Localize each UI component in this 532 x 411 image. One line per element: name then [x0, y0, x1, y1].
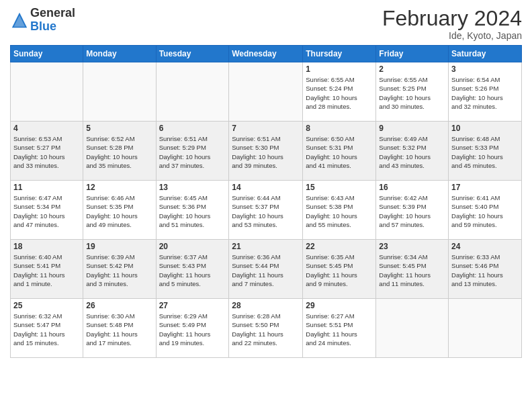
day-info: Sunrise: 6:32 AM Sunset: 5:47 PM Dayligh… — [13, 312, 80, 347]
day-number: 15 — [306, 183, 373, 192]
day-info: Sunrise: 6:53 AM Sunset: 5:27 PM Dayligh… — [13, 134, 80, 170]
calendar-cell: 21Sunrise: 6:36 AM Sunset: 5:44 PM Dayli… — [229, 240, 303, 299]
calendar-cell: 18Sunrise: 6:40 AM Sunset: 5:41 PM Dayli… — [11, 240, 83, 299]
day-info: Sunrise: 6:33 AM Sunset: 5:46 PM Dayligh… — [451, 253, 519, 288]
day-number: 20 — [159, 242, 226, 251]
calendar-cell: 15Sunrise: 6:43 AM Sunset: 5:38 PM Dayli… — [303, 181, 376, 240]
day-number: 13 — [159, 183, 226, 192]
logo-icon — [10, 11, 29, 30]
day-number: 4 — [13, 124, 80, 133]
calendar-cell: 13Sunrise: 6:45 AM Sunset: 5:36 PM Dayli… — [156, 181, 229, 240]
calendar-week-4: 18Sunrise: 6:40 AM Sunset: 5:41 PM Dayli… — [11, 240, 522, 299]
day-number: 26 — [86, 301, 152, 310]
logo-text: General Blue — [30, 7, 75, 34]
calendar-cell: 28Sunrise: 6:28 AM Sunset: 5:50 PM Dayli… — [229, 299, 303, 358]
calendar-cell: 26Sunrise: 6:30 AM Sunset: 5:48 PM Dayli… — [83, 299, 156, 358]
day-number: 21 — [232, 242, 300, 251]
calendar-cell: 10Sunrise: 6:48 AM Sunset: 5:33 PM Dayli… — [449, 122, 522, 181]
day-number: 2 — [379, 64, 445, 74]
calendar-cell: 14Sunrise: 6:44 AM Sunset: 5:37 PM Dayli… — [229, 181, 303, 240]
col-thursday: Thursday — [303, 46, 376, 62]
calendar-cell: 4Sunrise: 6:53 AM Sunset: 5:27 PM Daylig… — [11, 122, 83, 181]
calendar-cell: 20Sunrise: 6:37 AM Sunset: 5:43 PM Dayli… — [156, 240, 229, 299]
day-info: Sunrise: 6:29 AM Sunset: 5:49 PM Dayligh… — [159, 312, 226, 347]
day-info: Sunrise: 6:37 AM Sunset: 5:43 PM Dayligh… — [159, 253, 226, 288]
day-info: Sunrise: 6:44 AM Sunset: 5:37 PM Dayligh… — [232, 193, 300, 229]
day-number: 19 — [86, 242, 152, 251]
day-info: Sunrise: 6:50 AM Sunset: 5:31 PM Dayligh… — [306, 134, 373, 170]
day-number: 23 — [379, 242, 445, 251]
day-info: Sunrise: 6:48 AM Sunset: 5:33 PM Dayligh… — [451, 134, 519, 170]
calendar-cell: 3Sunrise: 6:54 AM Sunset: 5:26 PM Daylig… — [449, 62, 522, 122]
day-info: Sunrise: 6:51 AM Sunset: 5:29 PM Dayligh… — [159, 134, 226, 170]
day-info: Sunrise: 6:42 AM Sunset: 5:39 PM Dayligh… — [379, 193, 445, 229]
day-info: Sunrise: 6:55 AM Sunset: 5:25 PM Dayligh… — [379, 75, 445, 111]
day-info: Sunrise: 6:35 AM Sunset: 5:45 PM Dayligh… — [306, 253, 373, 288]
location: Ide, Kyoto, Japan — [382, 30, 522, 41]
day-number: 10 — [451, 124, 519, 133]
logo: General Blue — [10, 7, 75, 34]
calendar-cell: 29Sunrise: 6:27 AM Sunset: 5:51 PM Dayli… — [303, 299, 376, 358]
calendar-cell — [229, 62, 303, 122]
day-number: 1 — [306, 64, 373, 74]
col-friday: Friday — [376, 46, 449, 62]
day-info: Sunrise: 6:45 AM Sunset: 5:36 PM Dayligh… — [159, 193, 226, 229]
calendar-week-2: 4Sunrise: 6:53 AM Sunset: 5:27 PM Daylig… — [11, 122, 522, 181]
month-year: February 2024 — [382, 7, 522, 30]
day-info: Sunrise: 6:28 AM Sunset: 5:50 PM Dayligh… — [232, 312, 300, 347]
col-sunday: Sunday — [11, 46, 83, 62]
day-info: Sunrise: 6:40 AM Sunset: 5:41 PM Dayligh… — [13, 253, 80, 288]
day-number: 11 — [13, 183, 80, 192]
calendar-cell: 24Sunrise: 6:33 AM Sunset: 5:46 PM Dayli… — [449, 240, 522, 299]
day-number: 7 — [232, 124, 300, 133]
day-number: 16 — [379, 183, 445, 192]
day-number: 24 — [451, 242, 519, 251]
header: General Blue February 2024 Ide, Kyoto, J… — [10, 7, 522, 41]
day-info: Sunrise: 6:51 AM Sunset: 5:30 PM Dayligh… — [232, 134, 300, 170]
calendar-cell: 9Sunrise: 6:49 AM Sunset: 5:32 PM Daylig… — [376, 122, 449, 181]
day-number: 5 — [86, 124, 152, 133]
day-info: Sunrise: 6:30 AM Sunset: 5:48 PM Dayligh… — [86, 312, 152, 347]
calendar-cell — [449, 299, 522, 358]
calendar-cell: 27Sunrise: 6:29 AM Sunset: 5:49 PM Dayli… — [156, 299, 229, 358]
header-row: Sunday Monday Tuesday Wednesday Thursday… — [11, 46, 522, 62]
calendar-cell: 7Sunrise: 6:51 AM Sunset: 5:30 PM Daylig… — [229, 122, 303, 181]
day-info: Sunrise: 6:36 AM Sunset: 5:44 PM Dayligh… — [232, 253, 300, 288]
title-block: February 2024 Ide, Kyoto, Japan — [382, 7, 522, 41]
logo-blue-text: Blue — [30, 20, 75, 34]
calendar-week-5: 25Sunrise: 6:32 AM Sunset: 5:47 PM Dayli… — [11, 299, 522, 358]
calendar-cell — [83, 62, 156, 122]
day-info: Sunrise: 6:54 AM Sunset: 5:26 PM Dayligh… — [451, 75, 519, 111]
day-info: Sunrise: 6:43 AM Sunset: 5:38 PM Dayligh… — [306, 193, 373, 229]
calendar-cell: 8Sunrise: 6:50 AM Sunset: 5:31 PM Daylig… — [303, 122, 376, 181]
calendar-cell: 1Sunrise: 6:55 AM Sunset: 5:24 PM Daylig… — [303, 62, 376, 122]
day-info: Sunrise: 6:52 AM Sunset: 5:28 PM Dayligh… — [86, 134, 152, 170]
calendar-cell: 11Sunrise: 6:47 AM Sunset: 5:34 PM Dayli… — [11, 181, 83, 240]
day-info: Sunrise: 6:49 AM Sunset: 5:32 PM Dayligh… — [379, 134, 445, 170]
col-saturday: Saturday — [449, 46, 522, 62]
day-number: 17 — [451, 183, 519, 192]
day-info: Sunrise: 6:46 AM Sunset: 5:35 PM Dayligh… — [86, 193, 152, 229]
calendar-cell — [11, 62, 83, 122]
calendar-cell: 23Sunrise: 6:34 AM Sunset: 5:45 PM Dayli… — [376, 240, 449, 299]
calendar-cell: 12Sunrise: 6:46 AM Sunset: 5:35 PM Dayli… — [83, 181, 156, 240]
day-number: 9 — [379, 124, 445, 133]
calendar-cell: 19Sunrise: 6:39 AM Sunset: 5:42 PM Dayli… — [83, 240, 156, 299]
calendar-week-3: 11Sunrise: 6:47 AM Sunset: 5:34 PM Dayli… — [11, 181, 522, 240]
day-number: 3 — [451, 64, 519, 74]
day-number: 22 — [306, 242, 373, 251]
col-monday: Monday — [83, 46, 156, 62]
day-info: Sunrise: 6:34 AM Sunset: 5:45 PM Dayligh… — [379, 253, 445, 288]
col-wednesday: Wednesday — [229, 46, 303, 62]
day-number: 14 — [232, 183, 300, 192]
day-info: Sunrise: 6:41 AM Sunset: 5:40 PM Dayligh… — [451, 193, 519, 229]
day-number: 12 — [86, 183, 152, 192]
calendar-page: General Blue February 2024 Ide, Kyoto, J… — [0, 0, 532, 411]
calendar-cell — [156, 62, 229, 122]
calendar-week-1: 1Sunrise: 6:55 AM Sunset: 5:24 PM Daylig… — [11, 62, 522, 122]
calendar-cell: 2Sunrise: 6:55 AM Sunset: 5:25 PM Daylig… — [376, 62, 449, 122]
calendar-cell: 5Sunrise: 6:52 AM Sunset: 5:28 PM Daylig… — [83, 122, 156, 181]
calendar-cell: 17Sunrise: 6:41 AM Sunset: 5:40 PM Dayli… — [449, 181, 522, 240]
day-info: Sunrise: 6:47 AM Sunset: 5:34 PM Dayligh… — [13, 193, 80, 229]
calendar-cell: 25Sunrise: 6:32 AM Sunset: 5:47 PM Dayli… — [11, 299, 83, 358]
